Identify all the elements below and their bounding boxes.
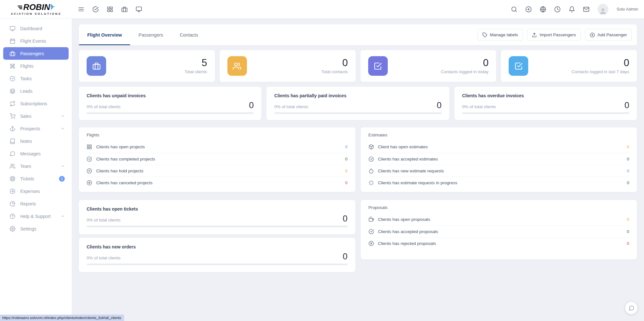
sidebar-item-team[interactable]: Team [3, 160, 69, 172]
anchor-icon [10, 126, 15, 132]
row-new-estimate-requests[interactable]: Clients has new estimate requests 0 [369, 165, 630, 177]
stat-card-total-clients[interactable]: 5 Total clients [79, 50, 215, 82]
row-open-projects[interactable]: Clients has open projects 0 [87, 141, 348, 153]
search-icon[interactable] [511, 6, 517, 13]
sidebar-item-flights[interactable]: Flights [3, 60, 69, 72]
plane-icon: ✈ [48, 3, 55, 11]
brand-logo[interactable]: ROBIN ✈ AVIATION SOLUTIONS [0, 0, 72, 18]
bottom-row: Clients has open tickets 0% of total cli… [79, 200, 637, 272]
loader-icon [369, 180, 374, 186]
pause-circle-icon [87, 168, 92, 174]
stat-card-contacts-logged-7days[interactable]: 0 Contacts logged in last 7 days [501, 50, 637, 82]
row-accepted-proposals[interactable]: Clients has accepted proposals 0 [369, 225, 630, 237]
grid-apps-icon[interactable] [107, 6, 113, 13]
topbar-right-icons: Solv Admin [511, 4, 644, 15]
tab-contacts[interactable]: Contacts [172, 24, 207, 45]
tickets-badge: 1 [59, 176, 65, 182]
sidebar-item-passengers[interactable]: Passengers [3, 47, 69, 60]
sidebar-item-help-support[interactable]: Help & Support [3, 210, 69, 222]
stat-card-contacts-logged-today[interactable]: 0 Contacts logged in today [360, 50, 496, 82]
panels-row: Flights Clients has open projects 0 Clie… [79, 127, 637, 192]
card-partially-paid-invoices[interactable]: Clients has partially paid invoices 0% o… [267, 87, 449, 120]
sidebar-item-leads[interactable]: Leads [3, 85, 69, 97]
sidebar-item-dashboard[interactable]: Dashboard [3, 22, 69, 35]
progress-bar [274, 112, 441, 114]
stat-label: Total clients [184, 69, 207, 74]
stat-value: 0 [441, 58, 489, 68]
grid-icon [87, 144, 92, 150]
row-hold-projects[interactable]: Clients has hold projects 0 [87, 165, 348, 177]
row-rejected-proposals[interactable]: Clients has rejected proposals 0 [369, 237, 630, 249]
tab-flight-overview[interactable]: Flight Overview [79, 24, 130, 45]
stat-label: Total contacts [321, 69, 348, 74]
box-icon [369, 144, 374, 150]
sidebar-item-flight-events[interactable]: Flight Events [3, 35, 69, 47]
add-passenger-button[interactable]: Add Passenger [585, 29, 632, 41]
globe-icon[interactable] [540, 6, 546, 13]
sidebar-item-settings[interactable]: Settings [3, 222, 69, 235]
manage-labels-button[interactable]: Manage labels [478, 29, 523, 41]
briefcase-icon[interactable] [121, 6, 128, 13]
row-completed-projects[interactable]: Clients has completed projects 0 [87, 153, 348, 165]
topbar-left-icons [78, 6, 142, 13]
repeat-icon [10, 101, 15, 107]
sidebar-item-subscriptions[interactable]: Subscriptions [3, 97, 69, 110]
command-icon [10, 63, 15, 69]
avatar[interactable] [597, 4, 608, 15]
stat-value: 5 [184, 58, 207, 68]
card-open-tickets[interactable]: Clients has open tickets 0% of total cli… [79, 200, 355, 234]
arrow-right-circle-icon [10, 188, 15, 194]
link-status-bar: https://robinaero.solvcrm.nl/index.php/c… [0, 315, 124, 321]
logo-speedlines-icon [17, 5, 23, 10]
stat-value: 0 [572, 58, 629, 68]
users-icon [227, 56, 247, 76]
calendar-icon [10, 38, 15, 44]
import-passengers-button[interactable]: Import Passengers [527, 29, 580, 41]
row-canceled-projects[interactable]: Clients has canceled projects 0 [87, 177, 348, 188]
help-circle-icon [10, 213, 15, 219]
droplet-icon [369, 168, 374, 174]
stat-label: Contacts logged in today [441, 69, 489, 74]
notifications-bell-icon[interactable] [569, 6, 575, 13]
estimates-panel: Estimates Client has open estimates 0 Cl… [361, 127, 637, 192]
card-unpaid-invoices[interactable]: Clients has unpaid invoices 0% of total … [79, 87, 261, 120]
menu-icon[interactable] [78, 6, 84, 13]
sidebar-item-notes[interactable]: Notes [3, 135, 69, 147]
sidebar-item-expenses[interactable]: Expenses [3, 185, 69, 197]
upload-icon [532, 32, 537, 38]
sidebar-item-messages[interactable]: Messages [3, 147, 69, 160]
card-overdue-invoices[interactable]: Clients has overdue invoices 0% of total… [454, 87, 637, 120]
invoice-cards-row: Clients has unpaid invoices 0% of total … [79, 87, 637, 120]
stat-card-total-contacts[interactable]: 0 Total contacts [220, 50, 356, 82]
tasks-check-circle-icon[interactable] [92, 6, 99, 13]
sidebar-item-tasks[interactable]: Tasks [3, 72, 69, 85]
history-clock-icon[interactable] [554, 6, 561, 13]
briefcase-icon [10, 51, 15, 56]
row-open-estimates[interactable]: Client has open estimates 0 [369, 141, 630, 153]
row-accepted-estimates[interactable]: Clients has accepted estimates 0 [369, 153, 630, 165]
sidebar-item-reports[interactable]: Reports [3, 197, 69, 210]
mail-icon[interactable] [583, 6, 589, 13]
tab-passengers[interactable]: Passengers [130, 24, 172, 45]
sidebar-item-prospects[interactable]: Prospects [3, 122, 69, 135]
book-icon [10, 138, 15, 144]
check-circle-icon [369, 229, 374, 234]
user-name[interactable]: Solv Admin [616, 7, 638, 12]
chat-button[interactable] [625, 302, 638, 314]
row-open-proposals[interactable]: Clients has open proposals 0 [369, 213, 630, 225]
card-new-orders[interactable]: Clients has new orders 0% of total clien… [79, 238, 355, 272]
briefcase-icon [87, 56, 106, 76]
chat-bubble-icon [629, 305, 634, 311]
pie-chart-icon [10, 201, 15, 207]
quick-add-icon[interactable] [525, 6, 532, 13]
sidebar-item-sales[interactable]: Sales [3, 110, 69, 122]
gear-icon [10, 226, 15, 232]
row-estimate-requests-in-progress[interactable]: Clients has estimate requests in progres… [369, 177, 630, 188]
monitor-icon [10, 26, 15, 31]
users-icon [10, 163, 15, 169]
header-actions: Manage labels Import Passengers Add Pass… [478, 24, 632, 45]
main-content: Flight Overview Passengers Contacts Mana… [72, 19, 644, 321]
layers-icon [10, 88, 15, 94]
monitor-icon[interactable] [136, 6, 142, 13]
sidebar-item-tickets[interactable]: Tickets 1 [3, 172, 69, 185]
